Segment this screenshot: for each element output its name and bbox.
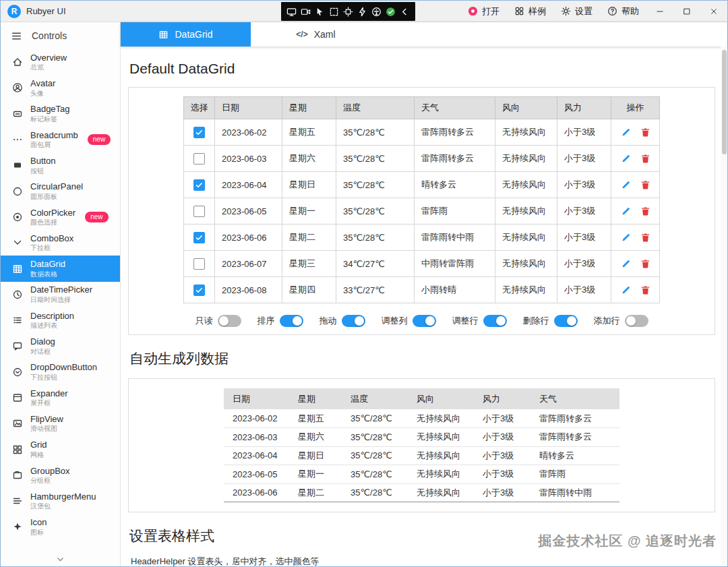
delete-icon — [640, 127, 650, 138]
edit-row-button[interactable] — [621, 180, 631, 190]
auto-table-row-2[interactable]: 2023-06-04星期日35℃/28℃无持续风向小于3级晴转多云 — [224, 446, 619, 465]
tab-xaml[interactable]: </> Xaml — [251, 22, 381, 47]
sidebar-item-dialog[interactable]: Dialog对话框 — [1, 333, 120, 359]
toggle-add-row-switch[interactable] — [625, 315, 648, 327]
zap-icon[interactable] — [357, 7, 367, 17]
delete-row-button[interactable] — [640, 180, 650, 190]
datagrid-cell: 无持续风向 — [495, 251, 557, 277]
row-checkbox[interactable] — [193, 285, 205, 296]
delete-row-button[interactable] — [640, 206, 650, 216]
sidebar-item-flipview[interactable]: FlipView滑动视图 — [1, 411, 120, 436]
auto-column-header-1[interactable]: 星期 — [289, 388, 342, 409]
row-checkbox[interactable] — [193, 232, 205, 243]
auto-table-row-4[interactable]: 2023-06-06星期二35℃/28℃无持续风向小于3级雷阵雨转中雨 — [224, 483, 619, 502]
edit-row-button[interactable] — [621, 285, 631, 295]
delete-row-button[interactable] — [640, 233, 650, 243]
auto-table-cell: 星期二 — [289, 483, 342, 502]
titlebar-menu-samples[interactable]: 样例 — [507, 1, 553, 22]
toggle-delete-row-switch[interactable] — [554, 315, 578, 327]
delete-row-button[interactable] — [640, 154, 650, 164]
auto-column-header-4[interactable]: 风力 — [474, 388, 530, 409]
sidebar-item-combobox[interactable]: ComboBox下拉框 — [1, 230, 120, 256]
edit-row-button[interactable] — [621, 233, 631, 243]
check-circle-icon[interactable] — [386, 7, 396, 17]
tab-datagrid[interactable]: DataGrid — [121, 22, 251, 47]
auto-column-header-5[interactable]: 天气 — [530, 388, 619, 409]
column-header-6[interactable]: 风力 — [557, 97, 611, 119]
delete-row-button[interactable] — [640, 285, 650, 295]
titlebar-menu-help[interactable]: 帮助 — [600, 1, 646, 22]
delete-row-button[interactable] — [640, 127, 650, 138]
row-checkbox[interactable] — [193, 179, 205, 191]
delete-row-button[interactable] — [640, 259, 650, 269]
sidebar-item-expander[interactable]: Expander展开框 — [1, 385, 120, 411]
accessibility-icon[interactable] — [371, 7, 382, 17]
edit-row-button[interactable] — [621, 154, 631, 164]
sidebar-item-title: FlipView — [30, 415, 63, 425]
toggle-sort-switch[interactable] — [280, 315, 303, 327]
row-checkbox[interactable] — [193, 258, 205, 270]
row-checkbox[interactable] — [193, 206, 205, 217]
datagrid-row-6[interactable]: 2023-06-08星期四33℃/27℃小雨转晴无持续风向小于3级 — [184, 277, 660, 303]
sidebar-item-grid[interactable]: Grid网格 — [1, 436, 120, 462]
datagrid-row-4[interactable]: 2023-06-06星期二35℃/28℃雷阵雨转中雨无持续风向小于3级 — [184, 225, 660, 251]
sidebar-item-circularpanel[interactable]: CircularPanel圆形面板 — [1, 178, 120, 204]
column-header-0[interactable]: 选择 — [184, 97, 215, 119]
sidebar-item-datagrid[interactable]: DataGrid数据表格 — [1, 256, 120, 281]
column-header-4[interactable]: 天气 — [415, 97, 495, 119]
datagrid-row-0[interactable]: 2023-06-02星期五35℃/28℃雷阵雨转多云无持续风向小于3级 — [184, 119, 660, 146]
close-button[interactable] — [700, 1, 727, 22]
column-header-2[interactable]: 星期 — [282, 97, 336, 119]
sidebar-item-dropdownbutton[interactable]: DropDownButton下拉按钮 — [1, 359, 120, 385]
row-checkbox[interactable] — [193, 127, 205, 138]
toggle-drag-switch[interactable] — [342, 315, 365, 327]
datagrid-row-3[interactable]: 2023-06-05星期一35℃/28℃雷阵雨无持续风向小于3级 — [184, 198, 660, 225]
toggle-resize-columns-switch[interactable] — [413, 315, 436, 327]
auto-table-row-1[interactable]: 2023-06-03星期六35℃/28℃无持续风向小于3级雷阵雨转多云 — [224, 428, 619, 447]
scrollbar-thumb[interactable] — [722, 50, 727, 154]
titlebar-menu-open[interactable]: 打开 — [460, 1, 507, 22]
menu-icon[interactable] — [11, 30, 22, 42]
sidebar-item-breadcrumb[interactable]: Breadcrumb面包屑new — [1, 127, 120, 152]
code-icon: </> — [296, 30, 307, 39]
minimize-button[interactable] — [646, 1, 673, 22]
cursor-icon[interactable] — [315, 7, 325, 17]
sidebar-item-button[interactable]: Button按钮 — [1, 152, 120, 178]
column-header-5[interactable]: 风向 — [495, 97, 557, 119]
sidebar-item-avatar[interactable]: Avatar头像 — [1, 75, 120, 100]
vertical-scrollbar[interactable] — [721, 47, 727, 566]
auto-table-row-3[interactable]: 2023-06-05星期一35℃/28℃无持续风向小于3级雷阵雨 — [224, 465, 619, 484]
datagrid-row-2[interactable]: 2023-06-04星期日35℃/28℃晴转多云无持续风向小于3级 — [184, 172, 660, 198]
sidebar-item-overview[interactable]: Overview总览 — [1, 49, 120, 75]
sidebar-item-datetimepicker[interactable]: DateTimePicker日期时间选择 — [1, 282, 120, 307]
auto-column-header-0[interactable]: 日期 — [224, 388, 289, 409]
sidebar-scroll-down-chevron[interactable] — [1, 554, 120, 564]
sidebar-item-colorpicker[interactable]: ColorPicker颜色选择new — [1, 204, 120, 230]
edit-row-button[interactable] — [621, 206, 631, 216]
selection-icon[interactable] — [329, 7, 339, 17]
sidebar-item-groupbox[interactable]: GroupBox分组框 — [1, 462, 120, 488]
sidebar-item-badgetag[interactable]: BadgeTag标记标签 — [1, 101, 120, 127]
monitor-icon[interactable] — [286, 7, 297, 17]
toggle-readonly-switch[interactable] — [218, 315, 241, 327]
edit-row-button[interactable] — [621, 259, 631, 269]
auto-column-header-2[interactable]: 温度 — [342, 388, 408, 409]
sidebar-item-hamburgermenu[interactable]: HamburgerMenu汉堡包 — [1, 488, 120, 514]
row-checkbox[interactable] — [193, 153, 205, 165]
titlebar-menu-settings[interactable]: 设置 — [553, 1, 600, 22]
column-header-1[interactable]: 日期 — [215, 97, 282, 119]
maximize-button[interactable] — [673, 1, 700, 22]
auto-table-row-0[interactable]: 2023-06-02星期五35℃/28℃无持续风向小于3级雷阵雨转多云 — [224, 409, 619, 428]
edit-row-button[interactable] — [621, 127, 631, 138]
sidebar-item-icon[interactable]: Icon图标 — [1, 514, 120, 539]
datagrid-row-1[interactable]: 2023-06-03星期六35℃/28℃雷阵雨转多云无持续风向小于3级 — [184, 146, 660, 172]
auto-column-header-3[interactable]: 风向 — [408, 388, 474, 409]
toggle-resize-rows-switch[interactable] — [483, 315, 507, 327]
move-icon[interactable] — [343, 7, 353, 17]
column-header-7[interactable]: 操作 — [611, 97, 660, 119]
sidebar-item-description[interactable]: Description描述列表 — [1, 307, 120, 333]
chevron-left-icon[interactable] — [400, 7, 410, 17]
datagrid-row-5[interactable]: 2023-06-07星期三34℃/27℃中雨转雷阵雨无持续风向小于3级 — [184, 251, 660, 277]
column-header-3[interactable]: 温度 — [336, 97, 415, 119]
camera-icon[interactable] — [301, 7, 311, 17]
